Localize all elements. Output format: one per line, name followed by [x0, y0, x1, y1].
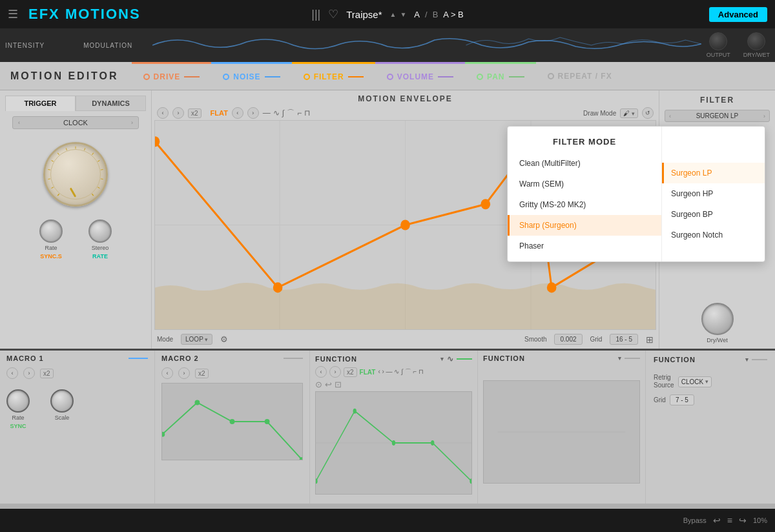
- func1-icon2[interactable]: ↩: [325, 380, 332, 389]
- function1-dropdown-icon[interactable]: ▾: [440, 356, 444, 362]
- menu-icon-bottom[interactable]: ≡: [727, 515, 732, 526]
- macro2-prev-btn[interactable]: ‹: [161, 367, 173, 379]
- filter-mode-dropdown: FILTER MODE Clean (MultiFilter) Warm (SE…: [507, 126, 765, 262]
- clock-prev-icon[interactable]: ‹: [18, 119, 20, 126]
- svg-point-24: [547, 282, 557, 292]
- func1-x2-btn[interactable]: x2: [344, 367, 357, 377]
- tab-volume[interactable]: VOLUME: [375, 62, 465, 90]
- mode-settings-icon[interactable]: ⚙: [220, 334, 228, 344]
- shape-saw-down-icon[interactable]: ⌐: [297, 108, 302, 118]
- ab-compare-label[interactable]: A > B: [443, 10, 463, 19]
- macro1-rate-knob[interactable]: [6, 389, 30, 413]
- dry-wet-knob[interactable]: [747, 32, 765, 50]
- ab-b-label[interactable]: B: [433, 10, 439, 19]
- main-knob[interactable]: [43, 142, 108, 207]
- macro2-x2-btn[interactable]: x2: [195, 369, 209, 378]
- svg-point-34: [392, 440, 395, 445]
- shape-saw-up-icon[interactable]: ⌒: [287, 108, 294, 119]
- tab-filter[interactable]: FILTER: [292, 62, 375, 90]
- func1-next-btn[interactable]: ›: [329, 366, 341, 378]
- trigger-tab[interactable]: TRIGGER: [5, 96, 76, 111]
- clock-selector[interactable]: ‹ CLOCK ›: [12, 116, 139, 129]
- retrig-select[interactable]: CLOCK ▾: [678, 376, 712, 387]
- grid-row-value[interactable]: 7 - 5: [670, 394, 694, 405]
- advanced-button[interactable]: Advanced: [709, 7, 767, 22]
- svg-point-28: [230, 419, 235, 424]
- repeat-power-icon: [548, 73, 554, 79]
- macro2-label: MACRO 2: [161, 354, 199, 362]
- tab-drive[interactable]: DRIVE: [132, 62, 212, 90]
- func1-prev-btn[interactable]: ‹: [315, 366, 327, 378]
- draw-mode-select[interactable]: 🖌 ▾: [620, 108, 638, 118]
- mode-select[interactable]: LOOP ▾: [181, 334, 212, 345]
- motion-editor-title: MOTION EDITOR: [10, 70, 119, 82]
- stereo-knob[interactable]: [88, 220, 112, 243]
- filter-phaser-item[interactable]: Phaser: [508, 236, 661, 256]
- redo-icon[interactable]: ↪: [739, 515, 747, 526]
- prev-preset-icon[interactable]: ▲: [390, 11, 397, 18]
- env-flat-next-btn[interactable]: ›: [247, 107, 259, 119]
- function2-envelope[interactable]: [483, 380, 640, 484]
- func1-icon1[interactable]: ⊙: [315, 380, 322, 389]
- grid-settings-icon[interactable]: ⊞: [646, 334, 654, 345]
- dynamics-tab[interactable]: DYNAMICS: [76, 96, 146, 111]
- envelope-controls: ‹ › x2 FLAT ‹ › — ∿ ∫ ⌒ ⌐ ⊓ Draw Mode 🖌 …: [152, 106, 659, 120]
- tab-pan[interactable]: PAN: [465, 62, 535, 90]
- function1-line-icon: [457, 358, 472, 360]
- filter-clean-item[interactable]: Clean (MultiFilter): [508, 153, 661, 174]
- ab-section: A / B A > B: [414, 10, 463, 19]
- surgeon-notch-item[interactable]: Surgeon Notch: [662, 225, 765, 245]
- macro1-x2-btn[interactable]: x2: [40, 369, 54, 378]
- svg-line-9: [92, 153, 93, 155]
- preset-name[interactable]: Traipse*: [346, 9, 382, 20]
- macro1-next-btn[interactable]: ›: [23, 367, 35, 379]
- drive-label: DRIVE: [154, 72, 181, 81]
- function3-dropdown-icon[interactable]: ▾: [745, 356, 749, 363]
- env-x2-btn[interactable]: x2: [188, 108, 202, 118]
- filter-sharp-item[interactable]: Sharp (Surgeon): [508, 215, 661, 236]
- output-knob[interactable]: [709, 32, 727, 50]
- tab-repeat[interactable]: REPEAT / FX: [536, 62, 624, 90]
- function1-envelope[interactable]: [315, 391, 472, 495]
- filter-dry-wet-knob[interactable]: [701, 303, 734, 335]
- undo-icon[interactable]: ↩: [713, 515, 721, 526]
- env-prev-btn[interactable]: ‹: [157, 107, 169, 119]
- env-next-btn[interactable]: ›: [172, 107, 184, 119]
- env-flat-prev-btn[interactable]: ‹: [232, 107, 243, 119]
- menu-icon[interactable]: ☰: [8, 7, 18, 21]
- func1-icon3[interactable]: ⊡: [335, 380, 342, 389]
- intensity-label: INTENSITY: [5, 42, 45, 49]
- filter-gritty-item[interactable]: Gritty (MS-20 MK2): [508, 194, 661, 215]
- next-preset-icon[interactable]: ▼: [400, 11, 406, 18]
- tab-noise[interactable]: NOISE: [211, 62, 291, 90]
- shape-sine-icon[interactable]: ∿: [273, 108, 280, 118]
- function2-dropdown-icon[interactable]: ▾: [618, 355, 622, 362]
- env-settings-btn[interactable]: ↺: [642, 107, 654, 119]
- grid-value[interactable]: 16 - 5: [610, 334, 638, 345]
- rate-knob[interactable]: [39, 220, 63, 243]
- svg-point-22: [480, 199, 490, 209]
- favorite-icon[interactable]: ♡: [328, 7, 338, 21]
- filter-warm-item[interactable]: Warm (SEM): [508, 174, 661, 194]
- nav-bars-icon[interactable]: |||: [311, 8, 320, 21]
- svg-point-27: [194, 400, 200, 405]
- surgeon-lp-item[interactable]: Surgeon LP: [662, 163, 765, 183]
- function1-shape-icon[interactable]: ∿: [447, 354, 454, 363]
- bypass-button[interactable]: Bypass: [683, 517, 707, 524]
- filter-selector[interactable]: ‹ SURGEON LP ›: [665, 110, 770, 122]
- shape-flat-icon[interactable]: —: [263, 108, 271, 118]
- surgeon-hp-item[interactable]: Surgeon HP: [662, 183, 765, 204]
- macro1-scale-knob[interactable]: [50, 389, 74, 413]
- macro1-prev-btn[interactable]: ‹: [6, 367, 18, 379]
- filter-prev-icon[interactable]: ‹: [669, 113, 671, 119]
- filter-next-icon[interactable]: ›: [763, 113, 765, 119]
- bottom-bar: Bypass ↩ ≡ ↪ 10%: [0, 509, 775, 532]
- noise-power-icon: [223, 74, 229, 80]
- clock-next-icon[interactable]: ›: [131, 119, 133, 126]
- ab-a-label[interactable]: A: [414, 10, 420, 19]
- shape-square-icon[interactable]: ⊓: [304, 108, 310, 118]
- shape-curve-icon[interactable]: ∫: [282, 108, 284, 118]
- macro2-next-btn[interactable]: ›: [178, 367, 190, 379]
- surgeon-bp-item[interactable]: Surgeon BP: [662, 204, 765, 225]
- smooth-value[interactable]: 0.002: [554, 334, 582, 345]
